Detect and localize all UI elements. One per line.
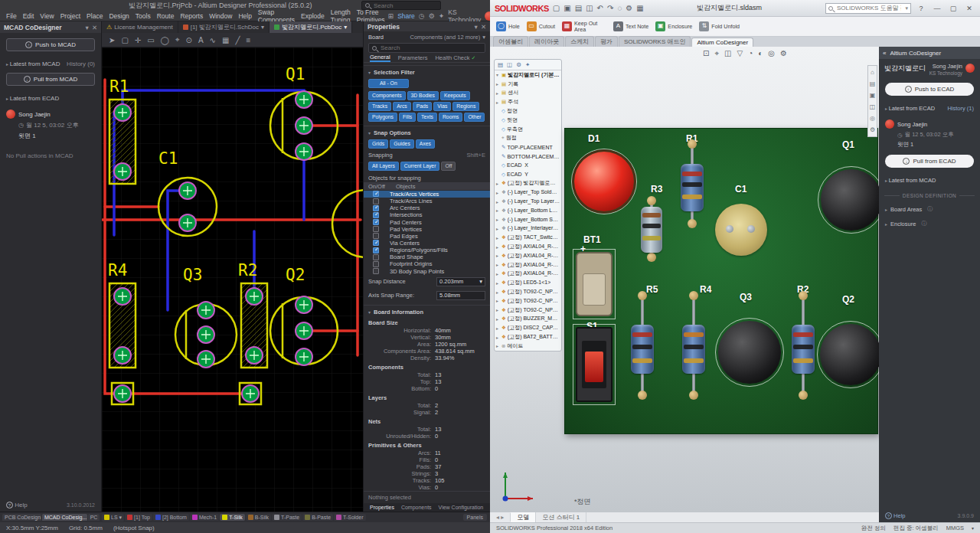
tree-item[interactable]: ◇ECAD_Y xyxy=(495,170,561,179)
dimxpert-tab-icon[interactable]: ✦ xyxy=(525,61,530,68)
snap-distance-field[interactable]: 0.203mm ▾ xyxy=(436,277,485,286)
rect-tool-icon[interactable]: ▭ xyxy=(147,36,154,44)
info-icon[interactable]: ⓘ xyxy=(921,220,926,227)
polygon-tool-icon[interactable]: ▦ xyxy=(222,36,229,44)
layer-tab-ls[interactable]: LS▾ xyxy=(102,514,124,522)
menu-view[interactable]: View xyxy=(37,12,57,20)
push-to-mcad-button[interactable]: ↑ Push to MCAD xyxy=(6,38,95,51)
tree-item[interactable]: ▸❖(-) Layer_Interlayer_빛감지멜로디 xyxy=(495,224,561,234)
graphics-viewport[interactable]: ⊡ ⌖ ◫ ▽ ◔ ◐ ◎ ⚙ ▤ ◫ ⚙ ✦ ▾▣빛감지멜로디 (기본<표시 … xyxy=(490,47,879,512)
rebuild-icon[interactable]: ◌ xyxy=(617,4,622,12)
grid-view-icon[interactable]: ⊞ xyxy=(388,12,394,20)
close-button[interactable]: ✕ xyxy=(963,5,975,12)
panels-button[interactable]: Panels xyxy=(463,514,487,521)
units-selector[interactable]: MMGS xyxy=(946,525,964,531)
components-dropdown[interactable]: Components (and 12 more) ▾ xyxy=(410,34,485,41)
properties-search-input[interactable] xyxy=(379,44,482,52)
save-icon[interactable]: ▤ xyxy=(575,4,582,12)
latest-from-ecad-row[interactable]: ▸ Latest from ECAD History (1) xyxy=(879,105,980,112)
tree-item[interactable]: ✎TOP-PLACEMENT xyxy=(495,142,561,152)
tab-schdoc[interactable]: [1] 빛감지멜로디.SchDoc ▾ xyxy=(178,21,270,33)
axis-snap-range-field[interactable]: 5.08mm xyxy=(436,291,485,300)
menu-design[interactable]: Design xyxy=(106,12,132,20)
appearance-icon[interactable]: ◎ xyxy=(768,49,775,58)
pull-from-ecad-button[interactable]: ↓ Pull from ECAD xyxy=(885,155,974,168)
snap-object-row[interactable]: Pad Vertices xyxy=(364,226,490,233)
battery-holder-bt1-3d[interactable] xyxy=(576,252,612,316)
undo-icon[interactable]: ↶ xyxy=(597,4,603,12)
snap-object-row[interactable]: Track/Arcs Lines xyxy=(364,198,490,204)
crosshair-tool-icon[interactable]: ✛ xyxy=(135,36,141,44)
tree-item[interactable]: ▸❖(고정) TO92-C_NPN-1<2> xyxy=(495,296,561,306)
tree-item[interactable]: ◇ECAD_X xyxy=(495,161,561,170)
filter-3d-bodies[interactable]: 3D Bodies xyxy=(407,91,439,100)
zoom-fit-icon[interactable]: ⊡ xyxy=(703,49,709,58)
snap-object-row[interactable]: Pad Edges xyxy=(364,233,490,240)
tree-item[interactable]: ▸❖(고정) TACT_Switch_SW_S-1<1> xyxy=(495,233,561,242)
tree-item[interactable]: ▸❖(고정) AXIAL04_R-S-1<2> xyxy=(495,251,561,260)
tab-addins[interactable]: SOLIDWORKS 애드인 xyxy=(619,36,691,47)
properties-search[interactable] xyxy=(368,43,485,53)
filter-keepouts[interactable]: Keepouts xyxy=(440,91,470,100)
checkbox[interactable] xyxy=(373,268,379,274)
filter-all-on[interactable]: All - On xyxy=(368,79,409,88)
text-tool-icon[interactable]: A xyxy=(198,36,204,44)
notifications-icon[interactable]: ◷ xyxy=(419,12,425,20)
snap-object-row[interactable]: Footprint Origins xyxy=(364,260,490,267)
open-file-icon[interactable]: ▣ xyxy=(564,4,570,12)
tab-general[interactable]: General xyxy=(370,54,390,62)
tab-mcad-codesigner[interactable]: MCAD CoDesig... xyxy=(42,514,87,521)
menu-file[interactable]: File xyxy=(3,12,20,20)
checkbox[interactable] xyxy=(373,261,379,267)
tree-item[interactable]: ▸▤기록 xyxy=(495,80,561,89)
resistor-r2-3d[interactable] xyxy=(792,291,815,400)
help-search-input[interactable] xyxy=(835,4,903,12)
minimize-button[interactable]: — xyxy=(931,5,943,12)
section-selection-filter[interactable]: ▾ Selection Filter xyxy=(364,65,490,77)
checkbox[interactable] xyxy=(373,191,379,197)
snap-object-row[interactable]: Board Shape xyxy=(364,253,490,260)
checkbox[interactable] xyxy=(373,219,379,225)
tab-view-configuration[interactable]: View Configuration xyxy=(439,505,484,510)
layer-tab-mech1[interactable]: Mech-1 xyxy=(190,514,219,521)
tree-item[interactable]: ▸❖(고정) BUZZER_MAGNETIC-1<1> xyxy=(495,315,561,324)
snap-object-row[interactable]: Regions/Polygons/Fills xyxy=(364,247,490,253)
tree-item[interactable]: ▸❖(고정) AXIAL04_R-S-1<4> xyxy=(495,270,561,279)
help-search[interactable]: ▾ xyxy=(825,3,911,14)
snap-grids[interactable]: Grids xyxy=(368,139,388,149)
user-avatar[interactable] xyxy=(965,64,975,73)
capacitor-c1-3d[interactable] xyxy=(715,204,767,256)
snapping-off[interactable]: Off xyxy=(441,162,456,171)
checkbox[interactable] xyxy=(373,240,379,246)
file-explorer-icon[interactable]: ▣ xyxy=(870,92,876,99)
help-link[interactable]: Help xyxy=(893,512,905,519)
transistor-q3-3d[interactable] xyxy=(718,321,781,384)
tab-motion-study[interactable]: 모션 스터디 1 xyxy=(536,512,586,522)
section-view-icon[interactable]: ◫ xyxy=(724,49,731,58)
options-icon[interactable]: ⚙ xyxy=(626,4,632,12)
appearances-icon[interactable]: ◎ xyxy=(870,115,875,122)
snap-guides[interactable]: Guides xyxy=(390,139,414,149)
tree-item[interactable]: ▸▤센서 xyxy=(495,89,561,98)
view-palette-icon[interactable]: ◫ xyxy=(870,103,876,110)
latest-from-ecad-row[interactable]: ▸ Latest from ECAD xyxy=(0,95,101,102)
transistor-q2-3d[interactable] xyxy=(820,324,879,385)
menu-route[interactable]: Route xyxy=(154,12,178,20)
filter-fills[interactable]: Fills xyxy=(399,113,416,122)
route-tool-icon[interactable]: ∿ xyxy=(210,36,216,44)
pcb-canvas[interactable]: R1 C1 Q1 R4 Q3 R2 Q2 xyxy=(102,47,363,512)
menu-tools[interactable]: Tools xyxy=(132,12,154,20)
line-tool-icon[interactable]: ╱ xyxy=(235,36,240,44)
tree-item[interactable]: ▸▤주석 xyxy=(495,97,561,106)
checkbox[interactable] xyxy=(373,212,379,218)
checkbox[interactable] xyxy=(373,247,379,253)
tab-parameters[interactable]: Parameters xyxy=(398,54,428,61)
layer-tab-bpaste[interactable]: B-Paste xyxy=(302,514,333,521)
tree-item[interactable]: ◇윗면 xyxy=(495,116,561,125)
layer-tab-tsilk[interactable]: T-Silk xyxy=(220,514,245,521)
menu-edit[interactable]: Edit xyxy=(20,12,38,20)
redo-icon[interactable]: ↷ xyxy=(607,4,613,12)
tree-item[interactable]: ▸❖(-) Layer_Top SolderMask_빛감지멜로디 xyxy=(495,188,561,197)
tab-sketch[interactable]: 스케치 xyxy=(565,36,594,47)
tree-item[interactable]: ▸⊚메이트 xyxy=(495,342,561,351)
